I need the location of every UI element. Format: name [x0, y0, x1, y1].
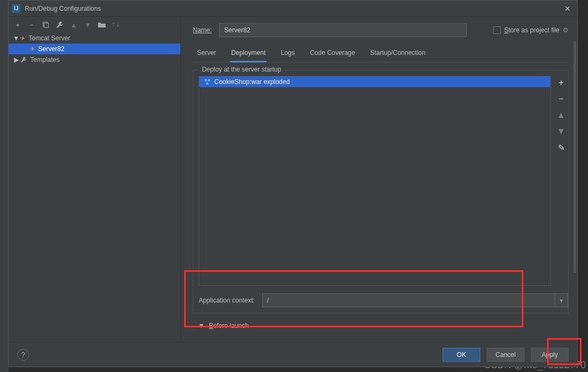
move-up-icon: ▲: [555, 109, 567, 121]
before-launch-section[interactable]: ▼ Before launch: [193, 322, 569, 329]
chevron-down-icon: ▼: [198, 322, 205, 329]
deploy-panel: Deploy at the server startup CookieShop:…: [193, 70, 569, 313]
tabs: Server Deployment Logs Code Coverage Sta…: [193, 46, 569, 62]
name-label: Name:: [193, 26, 212, 34]
checkbox-icon[interactable]: [493, 26, 501, 34]
wrench-icon[interactable]: [55, 20, 65, 30]
tree-node-label: Templates: [30, 56, 60, 64]
app-context-input[interactable]: [262, 293, 555, 307]
down-icon: ▼: [83, 20, 93, 30]
tomcat-icon: [30, 45, 38, 53]
edit-icon[interactable]: ✎: [555, 142, 567, 153]
left-panel: + − ▲ ▼ ▼: [9, 17, 181, 342]
chevron-down-icon: ▼: [13, 34, 19, 42]
tree-node-tomcat-server[interactable]: ▼ Tomcat Server: [9, 33, 180, 44]
folder-icon[interactable]: [97, 20, 107, 30]
titlebar: IJ Run/Debug Configurations ✕: [9, 1, 577, 17]
dialog-footer: ? OK Cancel Apply: [9, 342, 577, 367]
tab-logs[interactable]: Logs: [279, 46, 296, 62]
svg-rect-1: [44, 23, 48, 27]
svg-point-4: [206, 82, 208, 85]
remove-icon[interactable]: −: [27, 20, 37, 30]
name-input[interactable]: [219, 23, 467, 37]
svg-point-3: [208, 79, 210, 81]
apply-button[interactable]: Apply: [531, 348, 569, 362]
tree-node-server82[interactable]: Server82: [9, 44, 180, 54]
artifact-label: CookieShop:war exploded: [214, 78, 290, 86]
svg-point-2: [205, 79, 207, 81]
tomcat-icon: [20, 34, 29, 42]
add-icon[interactable]: +: [13, 20, 23, 30]
ok-button[interactable]: OK: [443, 348, 480, 362]
chevron-right-icon: ▶: [13, 56, 19, 64]
tab-startup-connection[interactable]: Startup/Connection: [369, 46, 426, 62]
tree-node-label: Tomcat Server: [29, 34, 70, 42]
list-item[interactable]: CookieShop:war exploded: [199, 76, 550, 87]
app-context-combobox[interactable]: ▼: [262, 293, 568, 307]
deploy-section-title: Deploy at the server startup: [199, 66, 284, 73]
add-artifact-icon[interactable]: +: [555, 77, 567, 89]
tab-server[interactable]: Server: [196, 46, 217, 62]
artifact-list[interactable]: CookieShop:war exploded: [199, 76, 551, 286]
cancel-button[interactable]: Cancel: [487, 348, 524, 362]
store-as-project-file[interactable]: Store as project file ⚙: [493, 26, 569, 34]
scrollbar[interactable]: [573, 41, 576, 273]
artifact-side-buttons: + − ▲ ▼ ✎: [554, 76, 568, 286]
app-context-label: Application context:: [199, 297, 255, 304]
config-toolbar: + − ▲ ▼: [9, 17, 180, 33]
copy-icon[interactable]: [41, 20, 51, 30]
move-down-icon: ▼: [555, 125, 567, 137]
artifact-icon: [204, 78, 211, 86]
tree-node-label: Server82: [38, 45, 65, 53]
chevron-down-icon[interactable]: ▼: [555, 293, 568, 307]
tab-code-coverage[interactable]: Code Coverage: [309, 46, 356, 62]
wrench-icon: [20, 57, 27, 63]
dialog-title: Run/Debug Configurations: [25, 5, 101, 12]
right-panel: Name: Store as project file ⚙ Server Dep…: [181, 17, 577, 342]
gear-icon[interactable]: ⚙: [563, 26, 569, 34]
close-icon[interactable]: ✕: [561, 3, 574, 14]
sort-icon: [111, 20, 121, 30]
app-icon: IJ: [12, 4, 20, 13]
tab-deployment[interactable]: Deployment: [230, 46, 267, 62]
remove-artifact-icon[interactable]: −: [555, 93, 567, 105]
tree-node-templates[interactable]: ▶ Templates: [9, 54, 180, 65]
run-debug-dialog: IJ Run/Debug Configurations ✕ + − ▲ ▼: [8, 0, 578, 367]
up-icon: ▲: [69, 20, 79, 30]
config-tree[interactable]: ▼ Tomcat Server Server82 ▶ Templates: [9, 33, 180, 342]
help-icon[interactable]: ?: [17, 349, 29, 361]
